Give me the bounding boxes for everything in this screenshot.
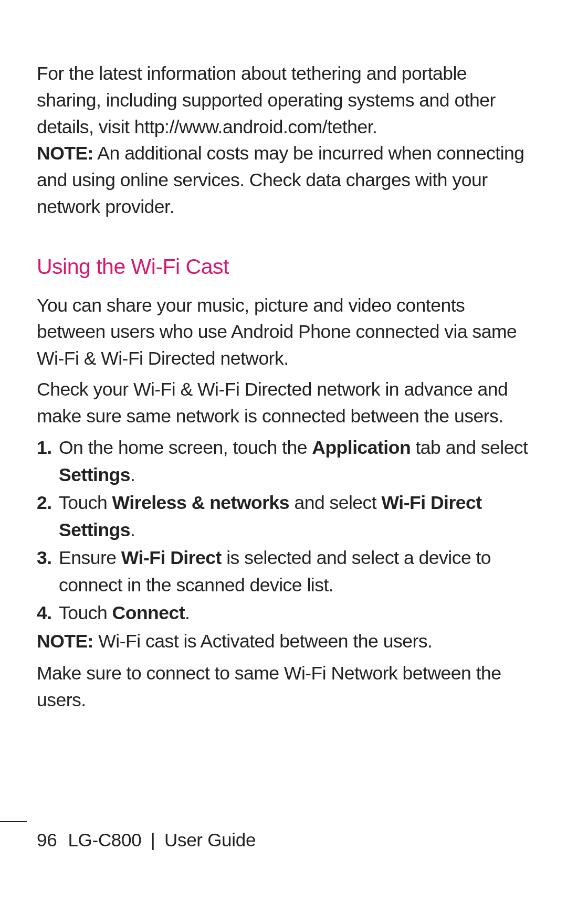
steps-list: 1. On the home screen, touch the Applica… [37, 434, 530, 626]
step-number: 2. [37, 490, 52, 516]
intro-paragraph: For the latest information about tetheri… [37, 60, 530, 140]
intro-note: NOTE: An additional costs may be incurre… [37, 140, 530, 220]
page-number: 96 [37, 830, 63, 851]
section-note: NOTE: Wi-Fi cast is Activated between th… [37, 628, 530, 655]
step-number: 3. [37, 545, 52, 571]
step-number: 1. [37, 434, 52, 461]
step-text: Touch Wireless & networks and select Wi-… [59, 492, 482, 540]
note-text-content: Wi-Fi cast is Activated between the user… [93, 631, 432, 652]
footer-text: 96 LG-C800 | User Guide [0, 830, 567, 851]
section-para-1: You can share your music, picture and vi… [37, 292, 530, 372]
footer-divider: | [151, 830, 155, 850]
step-number: 4. [37, 600, 52, 626]
note-text: An additional costs may be incurred when… [37, 143, 524, 217]
step-item: 1. On the home screen, touch the Applica… [37, 434, 530, 488]
final-paragraph: Make sure to connect to same Wi-Fi Netwo… [37, 660, 530, 714]
footer-doc-title: User Guide [164, 830, 256, 850]
step-text: Touch Connect. [59, 602, 190, 623]
step-item: 4. Touch Connect. [37, 600, 530, 626]
note-label: NOTE: [37, 631, 93, 652]
note-label: NOTE: [37, 143, 93, 164]
step-item: 2. Touch Wireless & networks and select … [37, 490, 530, 544]
footer-rule [0, 821, 27, 822]
section-heading-wifi-cast: Using the Wi-Fi Cast [37, 254, 530, 279]
page-footer: 96 LG-C800 | User Guide [0, 821, 567, 851]
step-item: 3. Ensure Wi-Fi Direct is selected and s… [37, 545, 530, 599]
step-text: Ensure Wi-Fi Direct is selected and sele… [59, 547, 491, 595]
section-para-2: Check your Wi-Fi & Wi-Fi Directed networ… [37, 376, 530, 430]
step-text: On the home screen, touch the Applicatio… [59, 437, 528, 485]
footer-model: LG-C800 [68, 830, 141, 850]
page-content: For the latest information about tetheri… [0, 0, 567, 714]
